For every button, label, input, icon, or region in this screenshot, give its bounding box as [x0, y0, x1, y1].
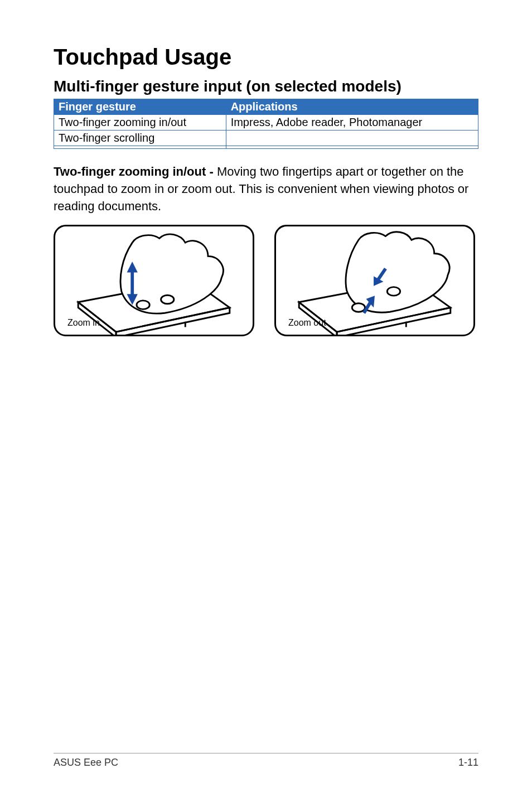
illustration-row: Zoom in Zoom out	[54, 225, 478, 336]
table-row: Two-finger scrolling	[54, 131, 478, 146]
section-subtitle: Multi-finger gesture input (on selected …	[54, 78, 478, 95]
svg-point-5	[161, 296, 174, 305]
table-header-applications: Applications	[226, 99, 478, 115]
footer-left: ASUS Eee PC	[54, 757, 118, 769]
table-cell	[54, 146, 226, 149]
table-cell: Two-finger scrolling	[54, 131, 226, 146]
table-header-gesture: Finger gesture	[54, 99, 226, 115]
description-paragraph: Two-finger zooming in/out - Moving two f…	[54, 163, 478, 215]
table-cell: Two-finger zooming in/out	[54, 115, 226, 131]
zoom-in-illustration: Zoom in	[54, 225, 254, 336]
svg-point-14	[387, 287, 400, 296]
paragraph-lead: Two-finger zooming in/out -	[54, 165, 217, 178]
zoom-in-caption: Zoom in	[67, 318, 100, 328]
zoom-out-caption: Zoom out	[288, 318, 326, 328]
page-title: Touchpad Usage	[54, 45, 478, 70]
table-cell	[226, 131, 478, 146]
gesture-table: Finger gesture Applications Two-finger z…	[54, 99, 478, 149]
svg-point-4	[137, 301, 149, 310]
table-row: Two-finger zooming in/out Impress, Adobe…	[54, 115, 478, 131]
table-row	[54, 146, 478, 149]
zoom-out-illustration: Zoom out	[274, 225, 475, 336]
svg-point-13	[352, 303, 365, 312]
document-page: Touchpad Usage Multi-finger gesture inpu…	[0, 0, 532, 802]
footer-page-number: 1-11	[458, 757, 478, 769]
table-cell: Impress, Adobe reader, Photomanager	[226, 115, 478, 131]
page-footer: ASUS Eee PC 1-11	[54, 753, 478, 769]
table-cell	[226, 146, 478, 149]
